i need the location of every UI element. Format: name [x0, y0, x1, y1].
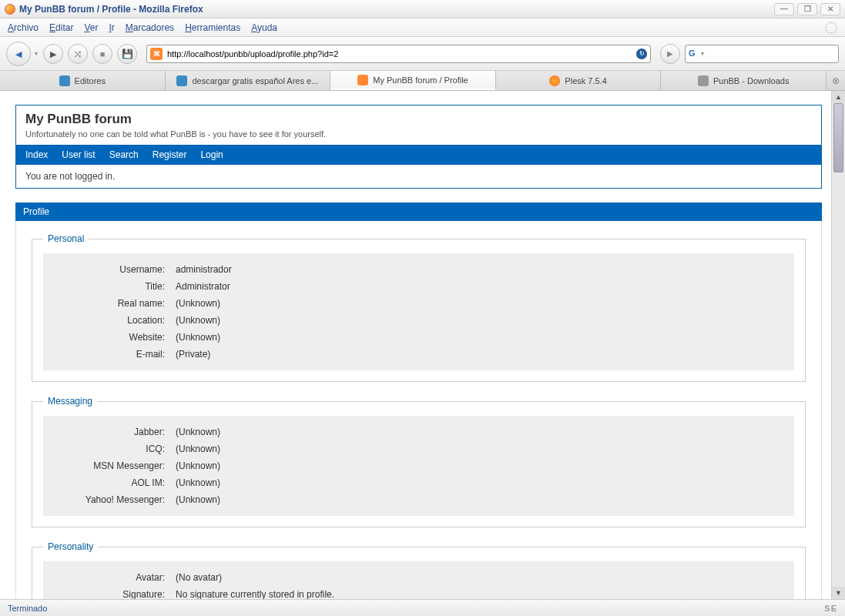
value-location: (Unknown)	[168, 315, 785, 326]
scrollbar-thumb[interactable]	[833, 103, 843, 172]
label-yahoo: Yahoo! Messenger	[52, 494, 168, 505]
shuffle-button[interactable]	[68, 44, 88, 64]
nav-search[interactable]: Search	[109, 149, 139, 160]
value-aol: (Unknown)	[168, 477, 785, 488]
value-realname: (Unknown)	[168, 298, 785, 309]
throbber-icon	[825, 22, 837, 34]
label-icq: ICQ	[52, 444, 168, 454]
maximize-button[interactable]: ❐	[797, 3, 817, 15]
menu-archivo[interactable]: Archivo	[8, 22, 39, 33]
tab-favicon-icon	[357, 75, 368, 85]
tab-favicon-icon	[176, 75, 187, 86]
login-status: You are not logged in.	[16, 165, 821, 188]
tab-label: descargar gratis español Ares e...	[192, 76, 318, 85]
scroll-down-icon[interactable]: ▼	[832, 587, 845, 599]
menu-herramientas[interactable]: Herramientas	[185, 22, 240, 33]
status-bar: Terminado SE	[0, 599, 845, 616]
scroll-up-icon[interactable]: ▲	[832, 91, 845, 103]
value-signature: No signature currently stored in profile…	[168, 589, 785, 599]
value-msn: (Unknown)	[168, 460, 785, 471]
nav-login[interactable]: Login	[200, 149, 223, 160]
window-titlebar: My PunBB forum / Profile - Mozilla Firef…	[0, 0, 845, 18]
stop-icon	[100, 49, 106, 59]
status-text: Terminado	[8, 604, 47, 613]
menu-bar: Archivo Editar Ver Ir Marcadores Herrami…	[0, 18, 845, 37]
forum-nav: Index User list Search Register Login	[16, 145, 821, 165]
label-website: Website	[52, 332, 168, 343]
label-location: Location	[52, 315, 168, 326]
nav-index[interactable]: Index	[25, 149, 48, 160]
navigation-toolbar: ▾ ⌘ ↻ G ▾	[0, 37, 845, 71]
tab-label: PunBB - Downloads	[713, 76, 789, 85]
search-engine-dropdown-icon[interactable]: ▾	[701, 50, 704, 57]
tab-plesk[interactable]: Plesk 7.5.4	[496, 71, 662, 90]
fieldset-personal: Personal Usernameadministrador TitleAdmi…	[32, 233, 806, 382]
label-msn: MSN Messenger	[52, 460, 168, 471]
tab-favicon-icon	[698, 75, 709, 86]
label-username: Username	[52, 264, 168, 275]
profile-heading: Profile	[15, 203, 822, 221]
tab-editores[interactable]: Editores	[0, 71, 166, 90]
go-icon[interactable]: ↻	[636, 49, 647, 59]
tab-bar: Editores descargar gratis español Ares e…	[0, 71, 845, 91]
url-input[interactable]	[167, 49, 636, 59]
save-icon	[122, 49, 133, 59]
google-icon: G	[689, 49, 699, 59]
arrow-right-icon	[50, 49, 56, 59]
stop-button[interactable]	[92, 44, 112, 64]
tab-label: Editores	[75, 76, 106, 85]
value-email: (Private)	[168, 349, 785, 360]
tab-favicon-icon	[549, 75, 560, 86]
legend-personality: Personality	[43, 541, 98, 552]
search-input[interactable]	[707, 49, 835, 59]
forum-tagline: Unfortunately no one can be told what Pu…	[25, 129, 812, 139]
save-button[interactable]	[117, 44, 137, 64]
tab-ares[interactable]: descargar gratis español Ares e...	[166, 71, 331, 90]
legend-messaging: Messaging	[43, 396, 97, 407]
play-button[interactable]	[660, 44, 680, 64]
nav-register[interactable]: Register	[153, 149, 187, 160]
label-email: E-mail	[52, 349, 168, 360]
value-avatar: (No avatar)	[168, 572, 785, 583]
menu-ayuda[interactable]: Ayuda	[251, 22, 277, 33]
tab-label: Plesk 7.5.4	[565, 76, 606, 85]
fieldset-messaging: Messaging Jabber(Unknown) ICQ(Unknown) M…	[32, 396, 806, 527]
menu-marcadores[interactable]: Marcadores	[126, 22, 174, 33]
window-title: My PunBB forum / Profile - Mozilla Firef…	[19, 4, 203, 15]
vertical-scrollbar[interactable]: ▲ ▼	[831, 91, 845, 599]
tab-punbb-profile[interactable]: My PunBB forum / Profile	[330, 71, 496, 90]
tab-punbb-downloads[interactable]: PunBB - Downloads	[661, 71, 827, 90]
label-avatar: Avatar	[52, 572, 168, 583]
label-aol: AOL IM	[52, 477, 168, 488]
tab-favicon-icon	[59, 75, 70, 86]
site-favicon-icon: ⌘	[150, 48, 163, 60]
forum-title: My PunBB forum	[25, 112, 812, 127]
value-website: (Unknown)	[168, 332, 785, 343]
close-button[interactable]: ✕	[820, 3, 840, 15]
status-right: SE	[824, 604, 837, 613]
menu-ver[interactable]: Ver	[84, 22, 98, 33]
menu-editar[interactable]: Editar	[49, 22, 73, 33]
label-jabber: Jabber	[52, 427, 168, 437]
value-jabber: (Unknown)	[168, 427, 785, 437]
back-button[interactable]: ▾	[6, 42, 31, 66]
fieldset-personality: Personality Avatar(No avatar) SignatureN…	[32, 541, 806, 599]
shuffle-icon	[73, 48, 82, 60]
label-signature: Signature	[52, 589, 168, 599]
forward-button[interactable]	[43, 44, 63, 64]
close-tab-button[interactable]: ⊗	[827, 71, 845, 90]
value-icq: (Unknown)	[168, 444, 785, 454]
nav-userlist[interactable]: User list	[62, 149, 95, 160]
search-bar[interactable]: G ▾	[685, 45, 839, 63]
label-title: Title	[52, 281, 168, 292]
minimize-button[interactable]: —	[774, 3, 794, 15]
history-dropdown-icon[interactable]: ▾	[35, 50, 38, 57]
url-bar[interactable]: ⌘ ↻	[146, 45, 651, 63]
forum-header-box: My PunBB forum Unfortunately no one can …	[15, 105, 822, 189]
value-username: administrador	[168, 264, 785, 275]
page-content: My PunBB forum Unfortunately no one can …	[0, 91, 831, 599]
profile-body: Personal Usernameadministrador TitleAdmi…	[15, 221, 822, 599]
label-realname: Real name	[52, 298, 168, 309]
tab-label: My PunBB forum / Profile	[373, 75, 468, 85]
menu-ir[interactable]: Ir	[109, 22, 114, 33]
